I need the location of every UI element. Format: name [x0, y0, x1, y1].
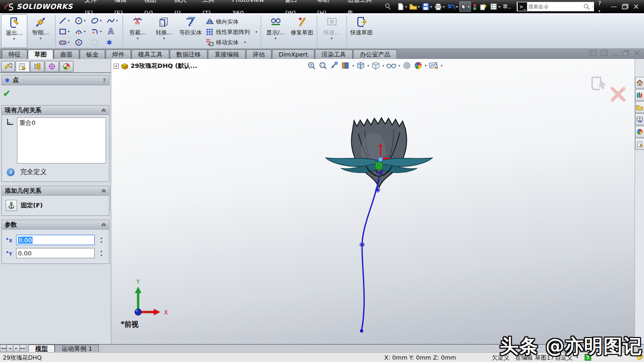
- tab-dimxpert[interactable]: DimXpert: [272, 49, 314, 59]
- search-caret[interactable]: ▾: [592, 5, 594, 9]
- x-coordinate-field[interactable]: 0.00: [16, 235, 95, 245]
- rectangle-tool[interactable]: ▾: [57, 26, 73, 37]
- new-document-button[interactable]: ▾: [396, 1, 408, 12]
- tab-sketch[interactable]: 草图: [28, 49, 53, 59]
- save-button[interactable]: ▾: [421, 1, 433, 12]
- triad-y-label: Y: [136, 278, 140, 285]
- model-canvas[interactable]: Y X: [111, 59, 635, 344]
- coincident-relation-icon: [5, 117, 15, 127]
- open-document-button[interactable]: ▾: [408, 1, 421, 12]
- select-tool-button[interactable]: ▾: [459, 1, 471, 12]
- pane-right-toggle[interactable]: [601, 50, 608, 56]
- ellipse-tool[interactable]: ▾: [89, 15, 105, 26]
- x-spinner[interactable]: ▴▾: [98, 237, 105, 244]
- doc-restore-button[interactable]: [622, 50, 629, 56]
- tab-evaluate[interactable]: 评估: [246, 49, 272, 59]
- offset-entities-button[interactable]: 等距实体: [177, 14, 204, 48]
- custom-properties-tab[interactable]: [635, 138, 644, 150]
- tab-direct-editing[interactable]: 直接编辑: [208, 49, 246, 59]
- print-button[interactable]: ▾: [433, 1, 446, 12]
- y-coordinate-field[interactable]: 0.00: [16, 248, 95, 258]
- nav-last-button[interactable]: ►►: [20, 345, 26, 352]
- sketch-qat-button[interactable]: 草..: [502, 1, 512, 12]
- tab-render-tools[interactable]: 渲染工具: [315, 49, 353, 59]
- rapid-sketch-icon: [355, 16, 368, 28]
- fillet-tool[interactable]: ▾: [89, 26, 105, 37]
- resources-home-tab[interactable]: [635, 77, 644, 89]
- circle-tool[interactable]: ▾: [73, 15, 89, 26]
- minimize-button[interactable]: —: [611, 4, 617, 9]
- view-palette-tab[interactable]: [635, 114, 644, 125]
- sketch-entity-grid: ▾ ▾ ▾ ▾ ▾ ▾ ▾ A ▾ ✱: [57, 14, 121, 48]
- move-entities-button[interactable]: 移动实体 ▾: [204, 37, 259, 48]
- arc-tool[interactable]: ▾: [73, 26, 89, 37]
- help-button[interactable]: ? ▾: [598, 0, 605, 14]
- menu-pin-icon[interactable]: [384, 3, 391, 10]
- rapid-sketch-button[interactable]: 快速草图: [348, 14, 375, 48]
- search-input[interactable]: [528, 4, 583, 9]
- feature-manager-tab[interactable]: [1, 61, 15, 72]
- tab-mold-tools[interactable]: 模具工具: [132, 49, 169, 59]
- convert-entities-button[interactable]: 转换... ▾: [151, 14, 177, 48]
- tab-office-products[interactable]: 办公室产品: [353, 49, 397, 59]
- undo-button[interactable]: ▾: [446, 1, 459, 12]
- nav-first-button[interactable]: ◄◄: [0, 345, 7, 352]
- motion-study-tab[interactable]: 运动算例 1: [55, 345, 99, 352]
- info-icon: i: [7, 168, 15, 176]
- rebuild-button[interactable]: [471, 1, 478, 12]
- configuration-manager-tab[interactable]: [30, 61, 44, 72]
- tab-features[interactable]: 特征: [2, 49, 27, 59]
- tab-weldments[interactable]: 焊件: [106, 49, 131, 59]
- smart-dimension-button[interactable]: 智能... ▾: [27, 14, 54, 48]
- doc-minimize-button[interactable]: [612, 50, 618, 56]
- exit-sketch-icon: [8, 16, 20, 29]
- tab-data-migration[interactable]: 数据迁移: [170, 49, 207, 59]
- slot-tool[interactable]: ▾: [57, 37, 73, 48]
- stem-spline[interactable]: [360, 178, 380, 333]
- existing-relations-header[interactable]: 现有几何关系: [2, 106, 109, 115]
- linear-pattern-button[interactable]: 线性草图阵列 ▾: [204, 27, 259, 37]
- appearances-scenes-tab[interactable]: [635, 126, 644, 138]
- repair-sketch-icon: [296, 16, 308, 28]
- selected-point[interactable]: [378, 157, 383, 162]
- display-delete-relations-button[interactable]: 显示/... ▾: [263, 14, 289, 48]
- exit-sketch-button[interactable]: 退出... ▾: [1, 14, 27, 48]
- options-button[interactable]: ▾: [489, 1, 501, 12]
- add-relations-header[interactable]: 添加几何关系: [2, 186, 109, 196]
- repair-sketch-button[interactable]: 修复草图: [289, 14, 315, 48]
- rose-flower-model[interactable]: [326, 118, 432, 188]
- nav-prev-button[interactable]: ◄: [7, 345, 13, 352]
- fix-relation-button[interactable]: 固定(F): [5, 198, 106, 213]
- help-question-icon[interactable]: ?: [102, 77, 106, 84]
- search-icon[interactable]: [583, 3, 590, 10]
- parameters-header[interactable]: 参数: [2, 220, 109, 230]
- mirror-entities-button[interactable]: 镜向实体: [204, 16, 259, 27]
- relations-listbox[interactable]: 重合0: [17, 117, 106, 164]
- model-tab[interactable]: 模型: [28, 345, 55, 352]
- text-tool[interactable]: A: [105, 26, 121, 37]
- tab-surfaces[interactable]: 曲面: [54, 49, 79, 59]
- design-library-tab[interactable]: [635, 89, 644, 101]
- relation-item[interactable]: 重合0: [19, 119, 104, 127]
- tab-sheet-metal[interactable]: 钣金: [80, 49, 105, 59]
- pane-left-toggle[interactable]: [589, 50, 596, 56]
- point-tool[interactable]: ✱: [105, 37, 121, 48]
- display-relations-icon: [270, 16, 282, 28]
- ok-check-icon[interactable]: ✔: [3, 88, 11, 99]
- spline-endpoint[interactable]: [360, 329, 363, 333]
- display-manager-tab[interactable]: [59, 61, 74, 72]
- graphics-viewport[interactable]: + 29玫瑰花DHQ (默认... ▾ ▾: [111, 59, 635, 344]
- doc-close-button[interactable]: [634, 50, 640, 56]
- line-tool[interactable]: ▾: [57, 15, 73, 26]
- trim-entities-button[interactable]: 剪裁... ▾: [124, 14, 151, 48]
- dimxpert-manager-tab[interactable]: [45, 61, 59, 72]
- y-spinner[interactable]: ▴▾: [98, 250, 105, 257]
- nav-next-button[interactable]: ►: [13, 345, 20, 352]
- restore-button[interactable]: [622, 4, 628, 9]
- close-button[interactable]: ×: [633, 4, 639, 9]
- spline-tool[interactable]: ▾: [105, 15, 121, 26]
- property-manager-tab[interactable]: [16, 61, 30, 72]
- polygon-tool[interactable]: [73, 37, 89, 48]
- file-properties-button[interactable]: [479, 1, 488, 12]
- file-explorer-tab[interactable]: [635, 101, 644, 113]
